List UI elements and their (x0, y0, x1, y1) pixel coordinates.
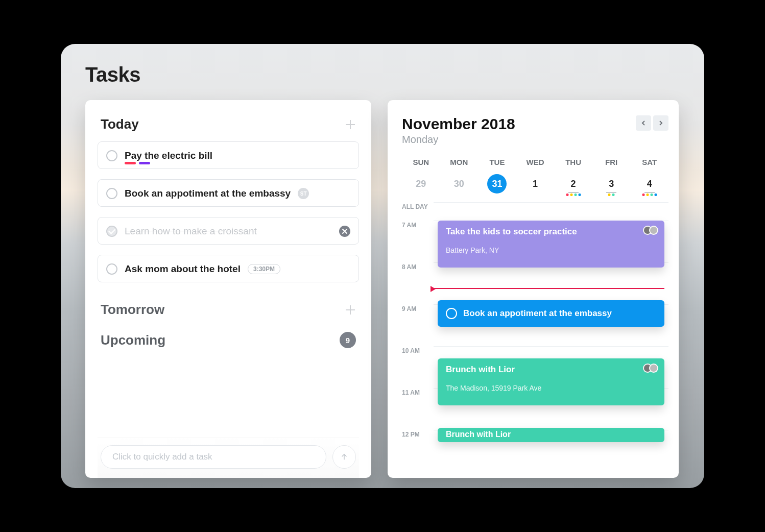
event-ring-icon (446, 308, 457, 319)
dow-label: TUE (478, 158, 516, 166)
today-task-list: Pay the electric bill Book an appotiment… (98, 141, 359, 293)
section-header-tomorrow[interactable]: Tomorrow (98, 302, 359, 318)
event-title: Book an appotiment at the embassy (463, 308, 612, 319)
upcoming-count: 9 (340, 332, 356, 348)
date-cell[interactable]: 3 (592, 174, 631, 194)
date-dots (608, 194, 615, 196)
date-underline (568, 192, 579, 193)
event-card[interactable]: Book an appotiment at the embassy (438, 300, 664, 327)
task-checkbox-checked[interactable] (106, 226, 117, 237)
task-tags (125, 162, 150, 164)
task-title: Ask mom about the hotel (125, 263, 241, 275)
event-card[interactable]: Brunch with Lior (438, 428, 664, 442)
hour-label: 8 AM (402, 262, 434, 271)
allday-row: ALL DAY (402, 202, 668, 221)
submit-button[interactable] (332, 445, 356, 469)
hour-label: 9 AM (402, 304, 434, 312)
date-cell[interactable]: 29 (402, 174, 440, 194)
plus-icon[interactable] (345, 119, 356, 130)
task-item[interactable]: Pay the electric bill (98, 141, 359, 169)
next-button[interactable] (653, 115, 668, 131)
dow-label: SUN (402, 158, 440, 166)
event-subtitle: The Madison, 15919 Park Ave (446, 384, 656, 392)
event-title: Take the kids to soccer practice (446, 227, 656, 237)
calendar-nav (636, 115, 668, 131)
arrow-up-icon (340, 452, 349, 462)
event-card[interactable]: Brunch with Lior The Madison, 15919 Park… (438, 358, 664, 405)
app-window: Tasks Today Pay the electric bill Book a… (61, 44, 704, 488)
dow-row: SUN MON TUE WED THU FRI SAT (402, 158, 668, 166)
dates-row: 29 30 31 1 2 3 4 (402, 174, 668, 194)
event-title: Brunch with Lior (446, 430, 656, 439)
date-dots (566, 194, 581, 196)
hour-label: 10 AM (402, 346, 434, 354)
task-checkbox[interactable] (106, 150, 117, 161)
event-avatars (643, 364, 658, 373)
calendar-title: November 2018 (402, 115, 515, 133)
task-title: Pay the electric bill (125, 150, 212, 161)
event-avatars (643, 226, 658, 235)
date-cell[interactable]: 4 (630, 174, 668, 194)
task-badge: ST (298, 188, 309, 199)
plus-icon[interactable] (345, 304, 356, 316)
dow-label: THU (554, 158, 592, 166)
quick-add-input[interactable] (101, 445, 326, 469)
date-cell[interactable]: 2 (554, 174, 592, 194)
dow-label: SAT (630, 158, 668, 166)
task-checkbox[interactable] (106, 263, 117, 275)
prev-button[interactable] (636, 115, 651, 131)
task-item-done[interactable]: Learn how to make a croissant (98, 217, 359, 245)
dow-label: FRI (592, 158, 631, 166)
date-underline (606, 192, 616, 193)
section-header-upcoming[interactable]: Upcoming 9 (98, 332, 359, 348)
close-icon[interactable] (339, 226, 350, 237)
hour-label: 11 AM (402, 388, 434, 396)
task-time-badge: 3:30PM (248, 264, 280, 274)
tag-dot (125, 162, 136, 164)
task-checkbox[interactable] (106, 188, 117, 199)
section-title-upcoming: Upcoming (101, 332, 165, 348)
quick-add-bar (98, 438, 359, 478)
tag-dot (139, 162, 150, 164)
event-title: Brunch with Lior (446, 365, 656, 375)
task-item[interactable]: Ask mom about the hotel 3:30PM (98, 255, 359, 282)
calendar-header: November 2018 Monday (402, 115, 668, 146)
page-title: Tasks (85, 63, 140, 86)
event-card[interactable]: Take the kids to soccer practice Battery… (438, 221, 664, 268)
task-title: Learn how to make a croissant (125, 226, 257, 237)
allday-label: ALL DAY (402, 202, 434, 210)
dow-label: MON (440, 158, 479, 166)
date-cell-selected[interactable]: 31 (478, 174, 516, 194)
chevron-right-icon (658, 120, 663, 126)
dow-label: WED (516, 158, 555, 166)
date-dots (642, 194, 657, 196)
section-title-today: Today (101, 116, 139, 132)
calendar-subtitle: Monday (402, 134, 515, 146)
hour-label: 7 AM (402, 221, 434, 229)
calendar-panel: November 2018 Monday SUN MON TUE WED THU… (388, 100, 679, 478)
date-cell[interactable]: 1 (516, 174, 555, 194)
hour-label: 12 PM (402, 430, 434, 438)
section-title-tomorrow: Tomorrow (101, 302, 164, 318)
tasks-panel: Today Pay the electric bill Book an appo… (85, 100, 371, 478)
task-title: Book an appotiment at the embassy (125, 188, 291, 199)
current-time-indicator (434, 288, 664, 289)
chevron-left-icon (641, 120, 646, 126)
timeline: ALL DAY 7 AM 8 AM 9 AM 10 AM 11 AM (402, 202, 668, 445)
date-cell[interactable]: 30 (440, 174, 479, 194)
date-underline (644, 192, 655, 193)
section-header-today: Today (98, 116, 359, 132)
task-item[interactable]: Book an appotiment at the embassy ST (98, 179, 359, 207)
hour-row: 8 AM (402, 262, 668, 304)
event-subtitle: Battery Park, NY (446, 246, 656, 254)
